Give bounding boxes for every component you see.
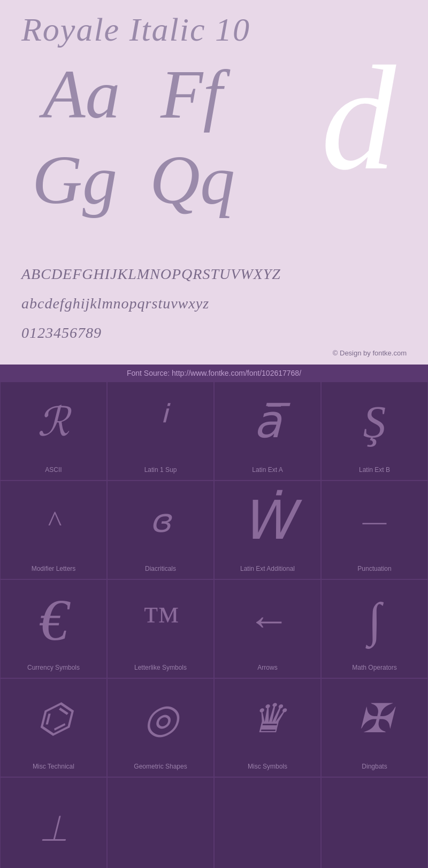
glyph-label-dingbats: Dingbats (362, 763, 387, 770)
glyph-cell-letterlike: ™ Letterlike Symbols (107, 579, 214, 678)
copyright: © Design by fontke.com (21, 345, 407, 359)
glyph-cell-miscmatha: ⟂ Misc Math Symbols A (0, 777, 107, 868)
glyph-cell-dingbats: ✠ Dingbats (321, 678, 428, 777)
glyph-cell-arrows: ← Arrows (214, 579, 321, 678)
glyph-cell-geoshapes: ◎ Geometric Shapes (107, 678, 214, 777)
glyph-cell-ascii: ℛ ASCII (0, 382, 107, 480)
glyph-gg: Gg (32, 140, 117, 220)
glyph-char-latinextb: Ş (322, 382, 427, 462)
glyph-cell-latinextadd: Ẇ Latin Ext Additional (214, 480, 321, 579)
glyph-cell-miscsym: ♛ Misc Symbols (214, 678, 321, 777)
glyph-char-latinextadd: Ẇ (215, 481, 320, 561)
glyph-cell-latinexta: ā̅ Latin Ext A (214, 382, 321, 480)
glyph-label-misctech: Misc Technical (33, 763, 74, 770)
glyph-cell-latin1sup: ⁱ Latin 1 Sup (107, 382, 214, 480)
source-bar: Font Source: http://www.fontke.com/font/… (0, 365, 428, 382)
glyph-label-latinexta: Latin Ext A (252, 466, 282, 474)
glyph-char-letterlike: ™ (108, 580, 213, 660)
glyph-label-punctuation: Punctuation (357, 565, 391, 572)
glyph-char-empty1 (108, 778, 213, 868)
glyph-char-ascii: ℛ (1, 382, 106, 462)
glyph-cell-empty2 (214, 777, 321, 868)
glyph-char-empty2 (215, 778, 320, 868)
glyph-char-diacriticals: ɞ (108, 481, 213, 561)
glyph-qq: Qq (150, 140, 235, 220)
glyph-cell-empty3 (321, 777, 428, 868)
glyph-cell-mathops: ∫ Math Operators (321, 579, 428, 678)
glyph-label-letterlike: Letterlike Symbols (134, 664, 187, 671)
glyph-char-mathops: ∫ (322, 580, 427, 660)
glyph-label-latinextb: Latin Ext B (359, 466, 390, 474)
glyph-ff: Ff (160, 54, 223, 134)
glyph-cell-modifier: ^ Modifier Letters (0, 480, 107, 579)
glyph-label-modifier: Modifier Letters (32, 565, 76, 572)
glyph-cell-misctech: ⌬ Misc Technical (0, 678, 107, 777)
glyph-aa: Aa (43, 54, 120, 134)
glyph-cell-currency: € Currency Symbols (0, 579, 107, 678)
glyph-label-geoshapes: Geometric Shapes (134, 763, 187, 770)
preview-section: Royale Italic 10 Aa Ff d Gg Qq ABCDEFGHI… (0, 0, 428, 365)
lowercase-alphabet: abcdefghijklmnopqrstuvwxyz (21, 292, 407, 316)
glyph-char-latin1sup: ⁱ (108, 382, 213, 462)
glyph-label-mathops: Math Operators (352, 664, 396, 671)
digits: 0123456789 (21, 321, 407, 345)
glyph-hero: d (321, 43, 396, 193)
glyph-char-empty3 (322, 778, 427, 868)
glyph-label-latin1sup: Latin 1 Sup (144, 466, 177, 474)
glyph-char-geoshapes: ◎ (108, 679, 213, 758)
glyph-label-arrows: Arrows (257, 664, 277, 671)
glyph-char-latinexta: ā̅ (215, 382, 320, 462)
glyph-label-latinextadd: Latin Ext Additional (240, 565, 295, 572)
glyph-char-currency: € (1, 580, 106, 660)
glyph-cell-latinextb: Ş Latin Ext B (321, 382, 428, 480)
glyph-cell-punctuation: — Punctuation (321, 480, 428, 579)
glyph-label-ascii: ASCII (45, 466, 62, 474)
glyph-label-miscsym: Misc Symbols (248, 763, 287, 770)
glyph-label-currency: Currency Symbols (27, 664, 80, 671)
glyph-char-misctech: ⌬ (1, 679, 106, 758)
glyph-char-dingbats: ✠ (322, 679, 427, 758)
glyph-char-miscsym: ♛ (215, 679, 320, 758)
glyph-char-punctuation: — (322, 481, 427, 561)
uppercase-alphabet: ABCDEFGHIJKLMNOPQRSTUVWXYZ (21, 262, 407, 286)
glyph-label-diacriticals: Diacriticals (145, 565, 176, 572)
glyph-char-modifier: ^ (1, 481, 106, 561)
glyph-grid: ℛ ASCII ⁱ Latin 1 Sup ā̅ Latin Ext A Ş L… (0, 382, 428, 868)
glyph-cell-diacriticals: ɞ Diacriticals (107, 480, 214, 579)
glyph-char-miscmatha: ⟂ (1, 778, 106, 868)
glyph-cell-empty1 (107, 777, 214, 868)
glyph-char-arrows: ← (215, 580, 320, 660)
